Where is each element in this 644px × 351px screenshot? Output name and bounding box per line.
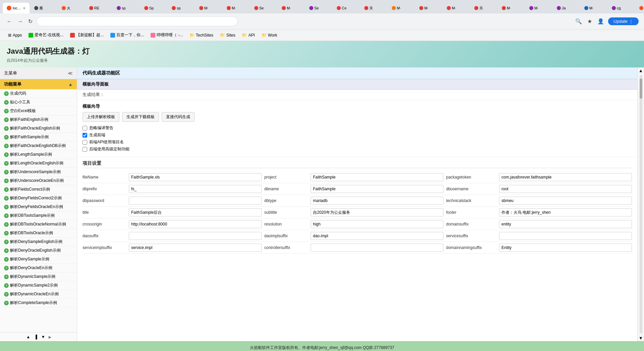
- other-tab[interactable]: 火: [635, 3, 644, 13]
- sidebar-item-9[interactable]: +解析UnderscoreSample示例: [0, 168, 77, 177]
- sidebar-scroll-down-button[interactable]: ▼: [41, 334, 46, 340]
- update-button[interactable]: Update ⋮: [608, 17, 639, 25]
- bookmark-apps[interactable]: ⊞ Apps: [5, 32, 24, 39]
- sidebar-item-24[interactable]: +解析CompleteSample示例: [0, 299, 77, 307]
- bookmark-api[interactable]: 📁 API: [239, 32, 257, 39]
- dbusername-input[interactable]: [499, 185, 632, 193]
- other-tab[interactable]: 雁: [30, 3, 57, 13]
- subtitle-input[interactable]: [311, 208, 443, 216]
- sidebar-submenu-collapse-button[interactable]: ▲: [68, 82, 73, 87]
- other-tab[interactable]: M·: [388, 3, 415, 13]
- other-tab[interactable]: 火: [58, 3, 85, 13]
- dbname-input[interactable]: [311, 185, 443, 193]
- domainnamingsuffix-input[interactable]: [499, 244, 632, 252]
- back-button[interactable]: ←: [5, 17, 13, 26]
- scrollbar-thumb[interactable]: [640, 79, 642, 99]
- title-input[interactable]: [129, 208, 262, 216]
- sidebar-item-17[interactable]: +解析DenySampleEnglish示例: [0, 238, 77, 246]
- dbpassword-input[interactable]: [129, 197, 262, 205]
- other-tab[interactable]: M·: [498, 3, 525, 13]
- scrollbar-down-button[interactable]: ▼: [638, 335, 644, 341]
- sidebar-item-7[interactable]: +解析LengthSample示例: [0, 150, 77, 159]
- address-input[interactable]: localhost:8080/html/excelWizard.html: [37, 16, 238, 26]
- sidebar-item-22[interactable]: +解析DynamicSample2示例: [0, 281, 77, 290]
- other-tab[interactable]: M·: [223, 3, 250, 13]
- checkbox-advanced[interactable]: [83, 147, 87, 152]
- dbprefix-input[interactable]: [129, 185, 262, 193]
- other-tab[interactable]: cg: [608, 3, 635, 13]
- right-scrollbar[interactable]: ▲ ▼: [637, 67, 644, 341]
- sidebar-item-4[interactable]: +解析FaithOracleEnglish示例: [0, 124, 77, 133]
- other-tab[interactable]: Ce: [333, 3, 360, 13]
- crossorigin-input[interactable]: [129, 220, 262, 228]
- sidebar-item-8[interactable]: +解析LengthOracleEnglish示例: [0, 159, 77, 168]
- sidebar-item-2[interactable]: +空白Excel模板: [0, 107, 77, 115]
- active-tab[interactable]: localhost:8080/html/exce... ✕: [3, 3, 30, 13]
- bookmark-baidu[interactable]: 百度一下，你...: [108, 31, 147, 39]
- checkbox-gen-frontend[interactable]: [83, 133, 87, 138]
- scrollbar-up-button[interactable]: ▲: [638, 67, 644, 74]
- other-tab[interactable]: 关: [360, 3, 387, 13]
- generate-download-template-button[interactable]: 生成并下载模板: [122, 112, 159, 122]
- sidebar-item-18[interactable]: +解析DenyOracleEnglish示例: [0, 246, 77, 255]
- sidebar-item-19[interactable]: +解析DenySample示例: [0, 255, 77, 264]
- sidebar-scroll-up-button[interactable]: ▲: [25, 334, 31, 340]
- other-tab[interactable]: RE: [85, 3, 112, 13]
- sidebar-item-15[interactable]: +解析DBToolsOracleNormal示例: [0, 220, 77, 229]
- bookmark-techsites[interactable]: 📁 TechSites: [187, 32, 216, 39]
- other-tab[interactable]: M·: [580, 3, 607, 13]
- resolution-input[interactable]: [311, 220, 443, 228]
- checkbox-ignore-compile[interactable]: [83, 126, 87, 131]
- other-tab[interactable]: M·: [415, 3, 442, 13]
- direct-code-generate-button[interactable]: 直接代码生成: [162, 112, 195, 122]
- forward-button[interactable]: →: [16, 17, 24, 26]
- sidebar-collapse-button[interactable]: ≪: [68, 70, 73, 76]
- profile-button[interactable]: 👤: [596, 17, 605, 26]
- checkbox-frontend-api[interactable]: [83, 140, 87, 145]
- sidebar-item-14[interactable]: +解析DBToolsSample示例: [0, 211, 77, 220]
- sidebar-item-10[interactable]: +解析UnderscoreOracleEn示例: [0, 177, 77, 185]
- sidebar-item-23[interactable]: +解析DynamicOracleEn示例: [0, 290, 77, 299]
- upload-parse-template-button[interactable]: 上传并解析模板: [83, 112, 119, 122]
- other-tab[interactable]: M·: [525, 3, 552, 13]
- daoimplsuffix-input[interactable]: [311, 232, 443, 240]
- sidebar-item-20[interactable]: +解析DenyOracleEn示例: [0, 264, 77, 272]
- other-tab[interactable]: 关: [470, 3, 497, 13]
- sidebar-item-13[interactable]: +解析DenyFieldsOracleEn示例: [0, 203, 77, 211]
- sidebar-item-11[interactable]: +解析FieldsCorrect示例: [0, 185, 77, 194]
- serviceimplsuffix-input[interactable]: [129, 244, 262, 252]
- packagetoken-input[interactable]: [499, 173, 632, 181]
- daosuffix-input[interactable]: [129, 232, 262, 240]
- bookmark-iqiyi[interactable]: 爱奇艺-在线视...: [26, 31, 66, 39]
- sidebar-item-1[interactable]: +贴心小工具: [0, 98, 77, 107]
- other-tab[interactable]: Ja: [553, 3, 580, 13]
- bookmark-bilibili[interactable]: 哔哩哔哩（ -...: [148, 31, 185, 39]
- tab-close-icon[interactable]: ✕: [23, 6, 25, 10]
- bookmark-tixing[interactable]: 【新提醒】超...: [67, 31, 106, 39]
- other-tab[interactable]: Se: [250, 3, 277, 13]
- other-tab[interactable]: M·: [443, 3, 470, 13]
- other-tab[interactable]: M·: [195, 3, 222, 13]
- project-input[interactable]: [311, 173, 443, 181]
- sidebar-item-21[interactable]: +解析DynamicSample示例: [0, 272, 77, 281]
- bookmark-button[interactable]: ★: [586, 17, 593, 26]
- sidebar-item-6[interactable]: +解析FaithOracleEnglishDB示例: [0, 142, 77, 150]
- reload-button[interactable]: ↻: [27, 17, 34, 26]
- other-tab[interactable]: Sp: [140, 3, 167, 13]
- sidebar-item-16[interactable]: +解析DBToolsOracle示例: [0, 229, 77, 238]
- footer-input[interactable]: [499, 208, 632, 216]
- other-tab[interactable]: Se: [305, 3, 332, 13]
- sidebar-item-3[interactable]: +解析FaithEnglish示例: [0, 115, 77, 124]
- dbtype-input[interactable]: [311, 197, 443, 205]
- bookmark-sites[interactable]: 📁 Sites: [217, 32, 238, 39]
- other-tab[interactable]: sp: [168, 3, 195, 13]
- other-tab[interactable]: sp: [113, 3, 140, 13]
- other-tab[interactable]: M·: [278, 3, 305, 13]
- bookmark-work[interactable]: 📁 Work: [259, 32, 280, 39]
- domainsuffix-input[interactable]: [499, 220, 632, 228]
- sidebar-item-5[interactable]: +解析FaithSample示例: [0, 133, 77, 142]
- controllersuffix-input[interactable]: [311, 244, 443, 252]
- servicesuffix-input[interactable]: [499, 232, 632, 240]
- sidebar-item-0[interactable]: +生成代码: [0, 89, 77, 98]
- search-button[interactable]: 🔍: [574, 17, 583, 26]
